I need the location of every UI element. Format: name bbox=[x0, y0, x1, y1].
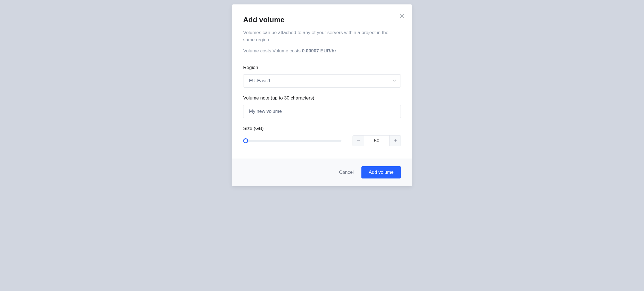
cost-line: Volume costs Volume costs 0.00007 EUR/hr bbox=[243, 48, 401, 54]
cost-value: 0.00007 EUR/hr bbox=[302, 48, 336, 53]
modal-body: Add volume Volumes can be attached to an… bbox=[232, 4, 412, 159]
region-select-wrap: EU-East-1 bbox=[243, 74, 401, 88]
close-icon bbox=[400, 14, 404, 19]
add-volume-button[interactable]: Add volume bbox=[361, 166, 401, 178]
region-select[interactable]: EU-East-1 bbox=[243, 74, 401, 88]
size-value-input[interactable] bbox=[364, 136, 389, 146]
size-label: Size (GB) bbox=[243, 126, 401, 131]
modal-footer: Cancel Add volume bbox=[232, 159, 412, 186]
region-label: Region bbox=[243, 65, 401, 70]
size-stepper bbox=[353, 135, 401, 146]
cancel-button[interactable]: Cancel bbox=[339, 170, 354, 175]
add-volume-modal: Add volume Volumes can be attached to an… bbox=[232, 4, 412, 186]
size-row bbox=[243, 135, 401, 146]
note-label: Volume note (up to 30 characters) bbox=[243, 95, 401, 101]
slider-track bbox=[243, 140, 341, 142]
volume-note-input[interactable] bbox=[243, 105, 401, 118]
increment-button[interactable] bbox=[389, 136, 401, 146]
size-slider[interactable] bbox=[243, 138, 341, 143]
plus-icon bbox=[393, 138, 397, 143]
modal-title: Add volume bbox=[243, 16, 401, 24]
decrement-button[interactable] bbox=[353, 136, 364, 146]
slider-handle[interactable] bbox=[243, 138, 248, 143]
cost-prefix: Volume costs Volume costs bbox=[243, 48, 302, 53]
minus-icon bbox=[356, 138, 360, 143]
close-button[interactable] bbox=[399, 13, 405, 20]
modal-description: Volumes can be attached to any of your s… bbox=[243, 29, 401, 43]
